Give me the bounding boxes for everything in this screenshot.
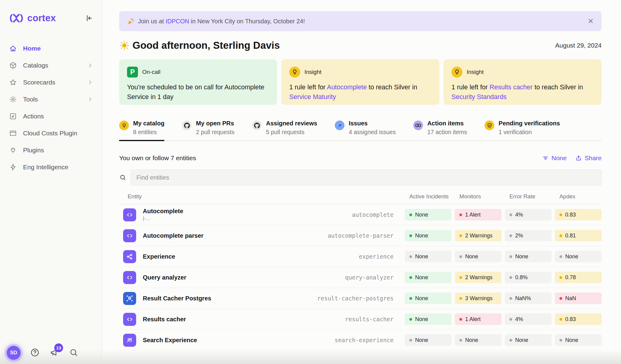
status-dot [509,297,512,300]
pill-label: 1 Alert [465,212,481,218]
card-body: You're scheduled to be on call for Autoc… [127,82,269,102]
pill-label: 3 Warnings [465,295,492,302]
table-row[interactable]: Autocomplete |-... autocomplete None 1 A… [119,204,602,225]
column-error-rate: Error Rate [505,193,552,200]
code-icon [123,208,136,221]
graph-icon [123,250,136,263]
pill-label: 2 Warnings [465,233,492,239]
entity-tag: autocomplete-parser [328,232,401,239]
sidebar-footer: SD 13 [7,346,79,360]
insight-card-2[interactable]: Insight 1 rule left for Results cacher t… [444,59,602,105]
scorecard-link[interactable]: Service Maturity [289,93,336,101]
entity-link[interactable]: Autocomplete [327,84,367,91]
star-icon [9,78,17,86]
sidebar-item-home[interactable]: Home [0,40,102,57]
tab-label: Assigned reviews [266,120,317,127]
sidebar-item-eng-intelligence[interactable]: Eng Intelligence [0,159,102,176]
table-row[interactable]: Query analyzer query-analyzer None 2 War… [119,267,602,288]
share-icon [575,155,582,161]
card-header: P On-call [127,67,269,78]
user-avatar[interactable]: SD [7,346,21,360]
status-dot [409,339,412,342]
entity-name: Result Cacher Postgres [143,295,211,302]
status-dot [459,234,462,237]
find-entities-input[interactable] [131,170,602,185]
card-text: 1 rule left for [289,84,327,91]
tab-label: My open PRs [196,120,234,127]
status-dot [409,234,412,237]
announcements-button[interactable]: 13 [49,348,59,358]
pill-label: None [515,337,528,343]
dashboard-tabs: My catalog 8 entities My open PRs 2 pull… [119,120,602,141]
apdex-pill: 0.83 [555,209,602,220]
tab-issues[interactable]: Issues 4 assigned issues [335,120,396,141]
home-icon [9,45,17,52]
sidebar-collapse-button[interactable] [84,14,93,23]
tab-action-items[interactable]: Action items 17 action items [413,120,467,141]
share-button[interactable]: Share [575,154,602,162]
card-text: to reach Silver in [367,84,417,91]
pill-label: 1 Alert [465,316,481,323]
error-rate-pill: 0.8% [505,272,552,283]
pill-label: 0.81 [565,233,576,239]
quick-search-button[interactable] [69,348,79,358]
table-row[interactable]: Autocomplete parser autocomplete-parser … [119,225,602,246]
entity-cell: Query analyzer query-analyzer [119,271,401,284]
pagerduty-icon: P [127,67,138,78]
cortex-icon [413,121,423,130]
tab-pending-verifications[interactable]: Pending verifications 1 verification [485,120,560,141]
people-icon [123,334,136,347]
sidebar-item-catalogs[interactable]: Catalogs [0,57,102,74]
party-popper-icon [127,17,135,25]
entity-cell: Autocomplete |-... autocomplete [119,208,401,222]
highlight-cards: P On-call You're scheduled to be on call… [119,59,602,105]
table-row[interactable]: Result Cacher Postgres result-cacher-pos… [119,288,602,309]
banner-idpcon-link[interactable]: IDPCON [166,18,189,25]
pill-label: None [415,274,428,281]
banner-close-button[interactable]: ✕ [588,18,594,25]
pill-label: None [465,337,478,343]
sidebar-item-plugins[interactable]: Plugins [0,142,102,159]
pill-label: 0.78 [565,274,576,281]
entity-cell: Experience experience [119,250,401,263]
tab-assigned-reviews[interactable]: Assigned reviews 5 pull requests [252,120,317,141]
sidebar-item-tools[interactable]: Tools [0,91,102,108]
tab-my-open-prs[interactable]: My open PRs 2 pull requests [182,120,234,141]
sidebar-item-scorecards[interactable]: Scorecards [0,74,102,91]
cube-icon [9,61,17,69]
chevron-right-icon [87,97,93,102]
sidebar-item-actions[interactable]: Actions [0,108,102,125]
code-icon [123,271,136,284]
app-window: cortex Home Catalogs [0,0,621,364]
card-header: Insight [451,67,594,78]
entity-tag: autocomplete [352,211,401,218]
help-button[interactable] [30,348,40,358]
pill-label: NaN% [515,295,531,302]
card-title: Insight [467,69,484,75]
tab-my-catalog[interactable]: My catalog 8 entities [119,120,164,141]
card-body: 1 rule left for Results cacher to reach … [451,82,594,102]
table-row[interactable]: Search Experience search-experience None… [119,330,602,351]
filter-button[interactable]: None [542,154,567,162]
insight-card-1[interactable]: Insight 1 rule left for Autocomplete to … [281,59,439,105]
lightbulb-icon [451,67,462,78]
entity-link[interactable]: Results cacher [489,84,532,91]
status-dot [509,339,512,342]
table-row[interactable]: Experience experience None None None Non… [119,246,602,267]
incidents-pill: None [405,272,451,283]
apdex-pill: 0.78 [555,272,602,283]
status-dot [559,318,562,321]
column-apdex: Apdex [555,193,602,200]
scorecard-link[interactable]: Security Standards [451,93,507,101]
apdex-pill: None [555,251,602,262]
plug-icon [9,146,17,154]
sidebar-item-cloud-costs-plugin[interactable]: Cloud Costs Plugin [0,125,102,142]
on-call-card[interactable]: P On-call You're scheduled to be on call… [119,59,277,105]
tab-label: Action items [427,120,467,127]
pill-label: 0.83 [565,212,576,218]
status-dot [459,276,462,279]
github-icon [252,121,262,130]
sidebar: cortex Home Catalogs [0,0,102,364]
tab-sublabel: 4 assigned issues [349,129,396,136]
table-row[interactable]: Results cacher results-cacher None 1 Ale… [119,309,602,330]
